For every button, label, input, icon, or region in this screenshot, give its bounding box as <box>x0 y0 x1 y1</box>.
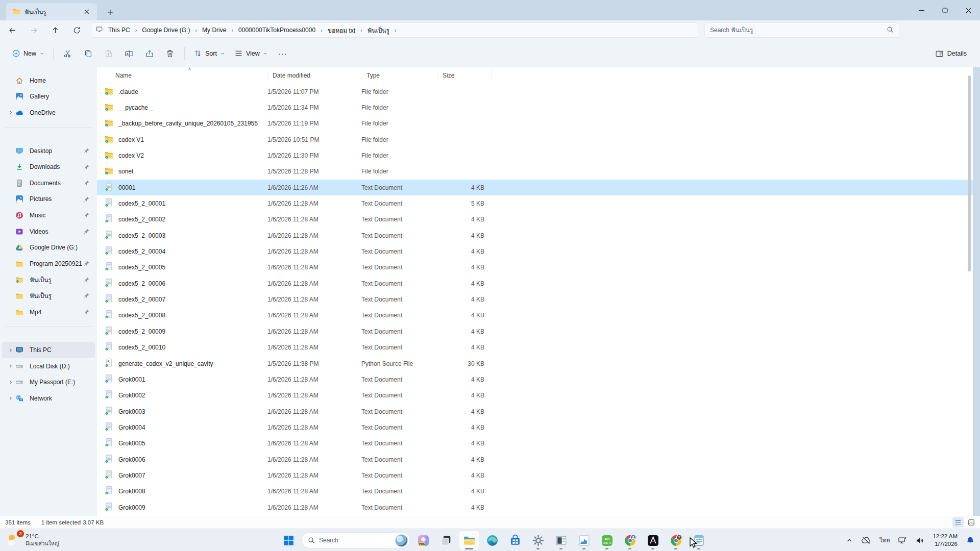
breadcrumb-item[interactable]: ฟันเป็นรู <box>363 24 394 37</box>
sidebar-item-local-disk-d[interactable]: Local Disk (D:) <box>2 358 95 374</box>
breadcrumb-chevron-icon[interactable]: › <box>230 27 234 33</box>
file-row[interactable]: codex5_2_00002 1/6/2026 11:28 AM Text Do… <box>97 212 973 228</box>
maximize-button[interactable] <box>933 0 957 20</box>
sidebar-item-pictures[interactable]: Pictures <box>2 191 95 208</box>
file-row[interactable]: Grok0003 1/6/2026 11:28 AM Text Document… <box>97 404 973 419</box>
delete-icon[interactable] <box>160 44 180 63</box>
onedrive-paused-icon[interactable] <box>857 531 875 549</box>
taskbar-search-box[interactable]: Search <box>301 532 410 548</box>
search-input[interactable] <box>710 27 887 34</box>
taskbar-settings-icon[interactable] <box>528 530 548 550</box>
expand-chevron-icon[interactable] <box>5 363 15 369</box>
sidebar-item-mp4[interactable]: Mp4 <box>2 304 95 320</box>
file-row[interactable]: 00001 1/6/2026 11:26 AM Text Document 4 … <box>97 180 973 195</box>
sidebar-item-my-passport-e[interactable]: My Passport (E:) <box>2 374 95 391</box>
file-row[interactable]: _backup_before_cavity_unique_20260105_23… <box>97 116 973 132</box>
column-header-name[interactable]: Name <box>97 70 267 81</box>
taskbar-store-icon[interactable] <box>505 530 525 550</box>
view-button[interactable]: View <box>230 44 273 63</box>
file-row[interactable]: sonet 1/5/2026 11:28 PM File folder <box>97 164 973 180</box>
file-row[interactable]: __pycache__ 1/5/2026 11:34 PM File folde… <box>97 99 973 115</box>
taskbar-edge-icon[interactable] <box>482 530 502 550</box>
file-row[interactable]: codex5_2_00008 1/6/2026 11:28 AM Text Do… <box>97 308 973 323</box>
breadcrumb-item[interactable]: My Drive <box>198 25 230 35</box>
file-row[interactable]: Grok0009 1/6/2026 11:28 AM Text Document… <box>97 499 973 515</box>
taskbar-weather-widget[interactable]: 3 21°C มีเมฆส่วนใหญ่ <box>3 531 62 549</box>
taskbar-chrome-personal-icon[interactable]: T <box>666 530 686 550</box>
rename-icon[interactable] <box>119 44 139 63</box>
column-header-date[interactable]: Date modified <box>267 70 361 81</box>
expand-chevron-icon[interactable] <box>5 347 15 353</box>
notification-bell-icon[interactable] <box>963 531 978 549</box>
sidebar-item-gallery[interactable]: Gallery <box>2 89 95 105</box>
taskbar-task-view-icon[interactable] <box>436 530 456 550</box>
sidebar-item-google-drive-g[interactable]: Google Drive (G:) <box>2 239 95 256</box>
search-icon[interactable] <box>887 26 894 35</box>
file-row[interactable]: codex5_2_00003 1/6/2026 11:28 AM Text Do… <box>97 228 973 243</box>
file-row[interactable]: Grok0008 1/6/2026 11:28 AM Text Document… <box>97 484 973 499</box>
expand-chevron-icon[interactable] <box>5 380 15 385</box>
file-row[interactable]: Grok0007 1/6/2026 11:28 AM Text Document… <box>97 467 973 483</box>
copy-icon[interactable] <box>78 44 99 63</box>
file-row[interactable]: codex5_2_00010 1/6/2026 11:28 AM Text Do… <box>97 340 973 356</box>
minimize-button[interactable] <box>910 0 933 20</box>
up-icon[interactable] <box>46 22 64 38</box>
taskbar-aurora-icon[interactable] <box>643 530 663 550</box>
taskbar-copilot-icon[interactable]: PRE <box>413 530 433 550</box>
taskbar-chart-app-icon[interactable] <box>574 530 594 550</box>
sidebar-item-fan-pen-ru-synced[interactable]: ฟันเป็นรู <box>2 272 95 288</box>
close-button[interactable] <box>957 0 980 20</box>
sidebar-item-network[interactable]: Network <box>2 390 95 407</box>
taskbar-app-window-icon[interactable] <box>551 530 571 550</box>
volume-icon[interactable] <box>912 531 927 549</box>
details-view-toggle[interactable] <box>952 517 964 528</box>
more-options-icon[interactable]: ··· <box>273 44 293 63</box>
file-row[interactable]: generate_codex_v2_unique_cavity 1/5/2026… <box>97 356 973 371</box>
breadcrumb-item[interactable]: 0000000TikTokProcess0000 <box>234 25 320 35</box>
details-pane-button[interactable]: Details <box>930 44 972 63</box>
language-indicator[interactable]: ไทย <box>876 531 893 549</box>
breadcrumb-item[interactable]: Google Drive (G:) <box>138 25 194 35</box>
sidebar-item-desktop[interactable]: Desktop <box>2 143 95 159</box>
taskbar-chrome-work-icon[interactable] <box>620 530 640 550</box>
clock[interactable]: 12:22 AM 1/7/2026 <box>928 533 962 548</box>
breadcrumb-chevron-icon[interactable]: › <box>134 27 138 33</box>
cut-icon[interactable] <box>58 44 78 63</box>
file-row[interactable]: codex5_2_00005 1/6/2026 11:28 AM Text Do… <box>97 260 973 276</box>
breadcrumb-chevron-icon[interactable]: › <box>359 27 363 33</box>
search-box[interactable] <box>704 22 899 38</box>
taskbar-ais-icon[interactable]: AISChat TC <box>597 530 617 550</box>
sidebar-item-fan-pen-ru[interactable]: ฟันเป็นรู <box>2 288 95 304</box>
new-button[interactable]: New <box>7 44 49 63</box>
file-row[interactable]: codex5_2_00004 1/6/2026 11:28 AM Text Do… <box>97 243 973 259</box>
sort-button[interactable]: Sort <box>189 44 230 63</box>
file-row[interactable]: codex5_2_00006 1/6/2026 11:28 AM Text Do… <box>97 276 973 291</box>
sidebar-item-home[interactable]: Home <box>2 72 95 89</box>
file-row[interactable]: .claude 1/5/2026 11:07 PM File folder <box>97 84 973 99</box>
scrollbar-track[interactable] <box>967 68 972 515</box>
column-header-size[interactable]: Size <box>437 70 492 81</box>
breadcrumb-item[interactable]: ขอหอม txt <box>324 24 359 37</box>
file-row[interactable]: codex V1 1/5/2026 10:51 PM File folder <box>97 132 973 147</box>
file-row[interactable]: Grok0002 1/6/2026 11:28 AM Text Document… <box>97 388 973 404</box>
file-row[interactable]: Grok0004 1/6/2026 11:28 AM Text Document… <box>97 419 973 435</box>
scrollbar-thumb[interactable] <box>968 76 971 271</box>
file-row[interactable]: Grok0006 1/6/2026 11:28 AM Text Document… <box>97 452 973 467</box>
expand-chevron-icon[interactable] <box>5 395 15 401</box>
expand-chevron-icon[interactable] <box>5 110 15 115</box>
explorer-tab[interactable]: ฟันเป็นรู <box>6 3 97 20</box>
sidebar-item-this-pc[interactable]: This PC <box>2 342 95 358</box>
file-row[interactable]: codex5_2_00001 1/6/2026 11:28 AM Text Do… <box>97 195 973 211</box>
back-icon[interactable] <box>3 22 21 38</box>
file-row[interactable]: codex5_2_00009 1/6/2026 11:28 AM Text Do… <box>97 323 973 339</box>
file-row[interactable]: Grok0005 1/6/2026 11:28 AM Text Document… <box>97 436 973 452</box>
paste-icon[interactable] <box>99 44 119 63</box>
sidebar-item-music[interactable]: Music <box>2 207 95 223</box>
start-button[interactable] <box>278 530 299 550</box>
sidebar-item-downloads[interactable]: Downloads <box>2 159 95 175</box>
breadcrumb-chevron-icon[interactable]: › <box>194 27 198 33</box>
thumbnail-view-toggle[interactable] <box>966 517 977 528</box>
forward-icon[interactable] <box>24 22 43 38</box>
breadcrumb-chevron-icon[interactable]: › <box>394 27 398 33</box>
sidebar-item-program-20250921[interactable]: Program 20250921 <box>2 256 95 272</box>
